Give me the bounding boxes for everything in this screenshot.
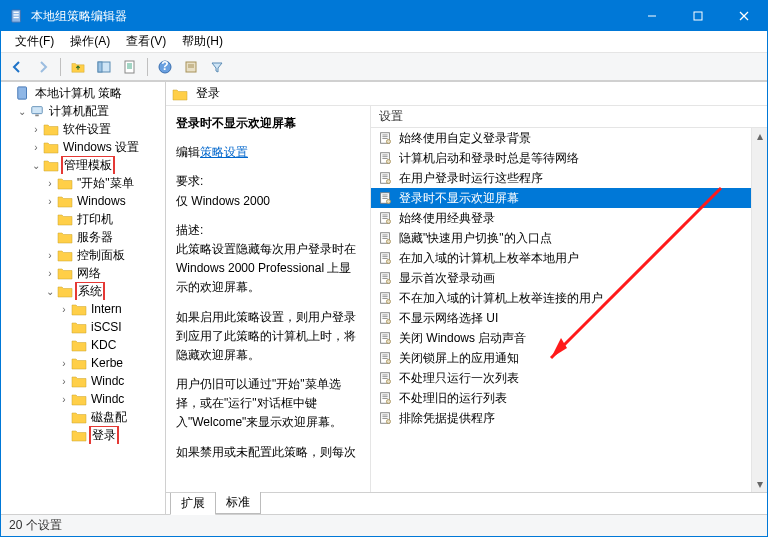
svg-rect-80 bbox=[382, 358, 387, 359]
svg-rect-48 bbox=[382, 235, 387, 236]
settings-list[interactable]: 始终使用自定义登录背景计算机启动和登录时总是等待网络在用户登录时运行这些程序登录… bbox=[371, 128, 767, 492]
setting-row[interactable]: 不显示网络选择 UI bbox=[371, 308, 767, 328]
setting-row[interactable]: 隐藏"快速用户切换"的入口点 bbox=[371, 228, 767, 248]
expand-icon[interactable]: ⌄ bbox=[15, 106, 29, 117]
menu-help[interactable]: 帮助(H) bbox=[174, 31, 231, 52]
expand-icon[interactable]: › bbox=[43, 250, 57, 261]
setting-row[interactable]: 排除凭据提供程序 bbox=[371, 408, 767, 428]
setting-row[interactable]: 始终使用经典登录 bbox=[371, 208, 767, 228]
policy-icon bbox=[377, 270, 393, 286]
status-text: 20 个设置 bbox=[9, 517, 62, 534]
expand-icon[interactable]: › bbox=[57, 394, 71, 405]
expand-icon[interactable]: ⌄ bbox=[43, 286, 57, 297]
policy-icon bbox=[377, 350, 393, 366]
tree-computer-config[interactable]: ⌄计算机配置 bbox=[1, 102, 165, 120]
tree-printer[interactable]: ▸打印机 bbox=[1, 210, 165, 228]
status-bar: 20 个设置 bbox=[1, 514, 767, 536]
expand-icon[interactable]: ⌄ bbox=[29, 160, 43, 171]
tree-icon bbox=[43, 140, 59, 154]
tree-control-panel[interactable]: ›控制面板 bbox=[1, 246, 165, 264]
setting-row[interactable]: 在用户登录时运行这些程序 bbox=[371, 168, 767, 188]
tab-standard[interactable]: 标准 bbox=[215, 492, 261, 514]
help-button[interactable]: ? bbox=[153, 56, 177, 78]
tree-system[interactable]: ⌄系统 bbox=[1, 282, 165, 300]
expand-icon[interactable]: › bbox=[57, 376, 71, 387]
tree-pane[interactable]: ▸本地计算机 策略⌄计算机配置›软件设置›Windows 设置⌄管理模板›"开始… bbox=[1, 82, 166, 514]
setting-row[interactable]: 不在加入域的计算机上枚举连接的用户 bbox=[371, 288, 767, 308]
expand-icon[interactable]: › bbox=[57, 358, 71, 369]
close-button[interactable] bbox=[721, 1, 767, 31]
tree-windows-comp[interactable]: ›Windows bbox=[1, 192, 165, 210]
tree-windc1[interactable]: ›Windc bbox=[1, 372, 165, 390]
policy-icon bbox=[377, 290, 393, 306]
expand-icon[interactable]: › bbox=[43, 268, 57, 279]
tree-disk[interactable]: ▸磁盘配 bbox=[1, 408, 165, 426]
scroll-up-icon[interactable]: ▴ bbox=[752, 128, 767, 144]
expand-icon[interactable]: › bbox=[43, 196, 57, 207]
setting-label: 不显示网络选择 UI bbox=[399, 310, 498, 327]
policy-icon bbox=[377, 390, 393, 406]
scroll-down-icon[interactable]: ▾ bbox=[752, 476, 767, 492]
svg-rect-24 bbox=[382, 136, 387, 137]
minimize-button[interactable] bbox=[629, 1, 675, 31]
setting-row[interactable]: 在加入域的计算机上枚举本地用户 bbox=[371, 248, 767, 268]
svg-rect-20 bbox=[32, 107, 43, 114]
tree-start-menu[interactable]: ›"开始"菜单 bbox=[1, 174, 165, 192]
tree-windows-settings[interactable]: ›Windows 设置 bbox=[1, 138, 165, 156]
svg-rect-5 bbox=[694, 12, 702, 20]
setting-row[interactable]: 关闭锁屏上的应用通知 bbox=[371, 348, 767, 368]
setting-row[interactable]: 不处理只运行一次列表 bbox=[371, 368, 767, 388]
svg-rect-74 bbox=[382, 336, 387, 337]
expand-icon[interactable]: › bbox=[57, 304, 71, 315]
tree-admin-templates[interactable]: ⌄管理模板 bbox=[1, 156, 165, 174]
expand-icon[interactable]: › bbox=[43, 178, 57, 189]
up-button[interactable] bbox=[66, 56, 90, 78]
svg-rect-95 bbox=[382, 418, 387, 419]
policy-icon bbox=[377, 310, 393, 326]
tree-windc2[interactable]: ›Windc bbox=[1, 390, 165, 408]
tree-icon bbox=[71, 410, 87, 424]
setting-row[interactable]: 登录时不显示欢迎屏幕 bbox=[371, 188, 767, 208]
setting-row[interactable]: 显示首次登录动画 bbox=[371, 268, 767, 288]
expand-icon[interactable]: › bbox=[29, 142, 43, 153]
menu-action[interactable]: 操作(A) bbox=[62, 31, 118, 52]
tree-network[interactable]: ›网络 bbox=[1, 264, 165, 282]
menu-view[interactable]: 查看(V) bbox=[118, 31, 174, 52]
setting-row[interactable]: 关闭 Windows 启动声音 bbox=[371, 328, 767, 348]
policy-icon bbox=[377, 170, 393, 186]
vertical-scrollbar[interactable]: ▴ ▾ bbox=[751, 128, 767, 492]
svg-rect-30 bbox=[382, 158, 387, 159]
tree-iscsi[interactable]: ▸iSCSI bbox=[1, 318, 165, 336]
maximize-button[interactable] bbox=[675, 1, 721, 31]
tree-kdc[interactable]: ▸KDC bbox=[1, 336, 165, 354]
filter-button[interactable] bbox=[205, 56, 229, 78]
tree-root[interactable]: ▸本地计算机 策略 bbox=[1, 84, 165, 102]
description-p2: 如果启用此策略设置，则用户登录到应用了此策略的计算机上时，将隐藏欢迎屏幕。 bbox=[176, 308, 360, 366]
setting-label: 始终使用经典登录 bbox=[399, 210, 495, 227]
tree-icon bbox=[71, 302, 87, 316]
setting-row[interactable]: 始终使用自定义登录背景 bbox=[371, 128, 767, 148]
edit-policy-link[interactable]: 策略设置 bbox=[200, 145, 248, 159]
svg-rect-89 bbox=[382, 396, 387, 397]
description-pane: 登录时不显示欢迎屏幕 编辑策略设置 要求: 仅 Windows 2000 描述:… bbox=[166, 106, 371, 492]
forward-button[interactable] bbox=[31, 56, 55, 78]
export-button[interactable] bbox=[179, 56, 203, 78]
setting-row[interactable]: 计算机启动和登录时总是等待网络 bbox=[371, 148, 767, 168]
setting-row[interactable]: 不处理旧的运行列表 bbox=[371, 388, 767, 408]
tree-kerberos[interactable]: ›Kerbe bbox=[1, 354, 165, 372]
back-button[interactable] bbox=[5, 56, 29, 78]
properties-button[interactable] bbox=[118, 56, 142, 78]
tab-extended[interactable]: 扩展 bbox=[170, 493, 216, 515]
tree-label: 登录 bbox=[89, 426, 119, 444]
window-title: 本地组策略编辑器 bbox=[31, 8, 629, 25]
tree-server[interactable]: ▸服务器 bbox=[1, 228, 165, 246]
tree-software[interactable]: ›软件设置 bbox=[1, 120, 165, 138]
svg-rect-40 bbox=[382, 198, 387, 199]
tree-logon[interactable]: ▸登录 bbox=[1, 426, 165, 444]
content-area: ▸本地计算机 策略⌄计算机配置›软件设置›Windows 设置⌄管理模板›"开始… bbox=[1, 81, 767, 514]
menu-file[interactable]: 文件(F) bbox=[7, 31, 62, 52]
expand-icon[interactable]: › bbox=[29, 124, 43, 135]
tree-intern[interactable]: ›Intern bbox=[1, 300, 165, 318]
show-hide-tree-button[interactable] bbox=[92, 56, 116, 78]
list-column-header[interactable]: 设置 bbox=[371, 106, 767, 128]
